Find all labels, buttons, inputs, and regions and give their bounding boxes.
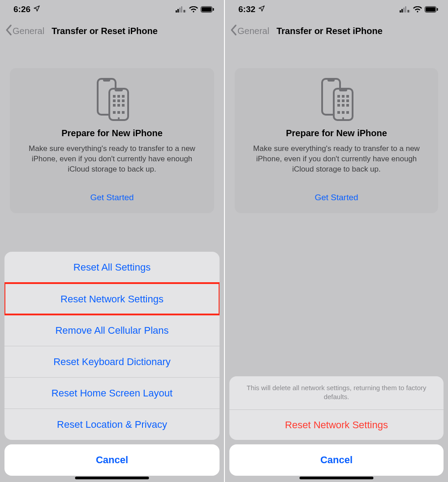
svg-rect-15 bbox=[117, 95, 120, 98]
svg-rect-19 bbox=[122, 99, 125, 102]
phones-illustration-icon bbox=[246, 77, 427, 122]
svg-rect-17 bbox=[113, 99, 116, 102]
reset-action-sheet: Reset All Settings Reset Network Setting… bbox=[4, 252, 220, 476]
page-title: Transfer or Reset iPhone bbox=[52, 26, 158, 36]
confirm-action-sheet: This will delete all network settings, r… bbox=[229, 376, 444, 476]
back-button[interactable]: General bbox=[229, 24, 269, 38]
svg-rect-43 bbox=[337, 99, 340, 102]
svg-rect-1 bbox=[177, 9, 179, 13]
phone-screen-right: 6:32 bbox=[224, 0, 448, 482]
back-button[interactable]: General bbox=[4, 24, 44, 38]
dual-signal-icon bbox=[400, 6, 410, 13]
get-started-label: Get Started bbox=[90, 193, 134, 202]
phone-screen-left: 6:26 bbox=[0, 0, 224, 482]
reset-home-screen-layout-item[interactable]: Reset Home Screen Layout bbox=[4, 377, 220, 409]
svg-rect-21 bbox=[117, 104, 120, 107]
prepare-description: Make sure everything's ready to transfer… bbox=[246, 144, 427, 175]
reset-location-privacy-item[interactable]: Reset Location & Privacy bbox=[4, 409, 220, 440]
prepare-card: Prepare for New iPhone Make sure everyth… bbox=[10, 68, 214, 213]
status-bar: 6:26 bbox=[0, 0, 224, 19]
svg-rect-44 bbox=[342, 99, 345, 102]
location-arrow-icon bbox=[258, 4, 265, 14]
reset-keyboard-dictionary-item[interactable]: Reset Keyboard Dictionary bbox=[4, 346, 220, 377]
svg-rect-40 bbox=[337, 95, 340, 98]
svg-rect-7 bbox=[202, 7, 211, 12]
prepare-card: Prepare for New iPhone Make sure everyth… bbox=[235, 68, 438, 213]
confirm-group: This will delete all network settings, r… bbox=[229, 376, 444, 440]
svg-rect-48 bbox=[346, 104, 349, 107]
svg-rect-47 bbox=[342, 104, 345, 107]
nav-bar: General Transfer or Reset iPhone bbox=[225, 19, 448, 43]
svg-rect-29 bbox=[405, 6, 406, 13]
svg-rect-27 bbox=[401, 9, 403, 13]
svg-rect-41 bbox=[342, 95, 345, 98]
svg-rect-24 bbox=[117, 111, 120, 114]
wifi-icon bbox=[189, 6, 198, 13]
svg-rect-30 bbox=[408, 10, 409, 13]
status-bar: 6:32 bbox=[225, 0, 448, 19]
cancel-button[interactable]: Cancel bbox=[229, 444, 444, 476]
confirm-reset-network-button[interactable]: Reset Network Settings bbox=[229, 409, 444, 440]
svg-rect-46 bbox=[337, 104, 340, 107]
svg-rect-0 bbox=[176, 10, 177, 13]
get-started-label: Get Started bbox=[314, 193, 358, 202]
svg-rect-16 bbox=[122, 95, 125, 98]
page-title: Transfer or Reset iPhone bbox=[276, 26, 383, 36]
svg-rect-45 bbox=[346, 99, 349, 102]
phones-illustration-icon bbox=[21, 77, 203, 122]
svg-rect-18 bbox=[117, 99, 120, 102]
reset-network-settings-item[interactable]: Reset Network Settings bbox=[4, 283, 220, 314]
get-started-button[interactable]: Get Started bbox=[21, 193, 203, 202]
back-label: General bbox=[237, 26, 269, 36]
svg-rect-34 bbox=[437, 8, 438, 11]
reset-options-group: Reset All Settings Reset Network Setting… bbox=[4, 252, 220, 440]
reset-all-settings-item[interactable]: Reset All Settings bbox=[4, 252, 220, 283]
svg-rect-8 bbox=[213, 8, 214, 11]
battery-icon bbox=[201, 6, 214, 13]
svg-rect-33 bbox=[426, 7, 435, 12]
svg-rect-31 bbox=[409, 10, 410, 13]
svg-rect-20 bbox=[113, 104, 116, 107]
status-time: 6:26 bbox=[13, 4, 30, 14]
svg-rect-28 bbox=[403, 8, 405, 13]
prepare-title: Prepare for New iPhone bbox=[246, 128, 427, 138]
prepare-title: Prepare for New iPhone bbox=[21, 128, 203, 138]
svg-rect-22 bbox=[122, 104, 125, 107]
svg-rect-36 bbox=[327, 79, 335, 82]
home-indicator[interactable] bbox=[300, 477, 374, 479]
svg-rect-14 bbox=[113, 95, 116, 98]
svg-rect-5 bbox=[185, 10, 186, 13]
svg-rect-12 bbox=[115, 89, 123, 91]
svg-rect-26 bbox=[400, 10, 401, 13]
chevron-left-icon bbox=[4, 24, 13, 38]
nav-bar: General Transfer or Reset iPhone bbox=[0, 19, 224, 43]
svg-rect-25 bbox=[122, 111, 125, 114]
battery-icon bbox=[425, 6, 438, 13]
svg-point-39 bbox=[342, 117, 344, 119]
chevron-left-icon bbox=[229, 24, 237, 38]
svg-rect-49 bbox=[337, 111, 340, 114]
cancel-button[interactable]: Cancel bbox=[4, 444, 220, 476]
confirm-message: This will delete all network settings, r… bbox=[229, 376, 444, 410]
remove-cellular-plans-item[interactable]: Remove All Cellular Plans bbox=[4, 314, 220, 346]
status-time: 6:32 bbox=[238, 4, 255, 14]
svg-rect-50 bbox=[342, 111, 345, 114]
svg-rect-10 bbox=[103, 79, 110, 82]
prepare-description: Make sure everything's ready to transfer… bbox=[21, 144, 203, 175]
wifi-icon bbox=[413, 6, 422, 13]
svg-rect-4 bbox=[184, 10, 185, 13]
svg-rect-51 bbox=[346, 111, 349, 114]
svg-rect-38 bbox=[339, 89, 347, 91]
svg-rect-42 bbox=[346, 95, 349, 98]
get-started-button[interactable]: Get Started bbox=[246, 193, 427, 202]
back-label: General bbox=[13, 26, 44, 36]
location-arrow-icon bbox=[33, 4, 40, 14]
svg-point-13 bbox=[118, 117, 120, 119]
dual-signal-icon bbox=[176, 6, 186, 13]
svg-rect-3 bbox=[181, 6, 182, 13]
svg-rect-23 bbox=[113, 111, 116, 114]
home-indicator[interactable] bbox=[75, 477, 149, 479]
svg-rect-2 bbox=[179, 8, 181, 13]
